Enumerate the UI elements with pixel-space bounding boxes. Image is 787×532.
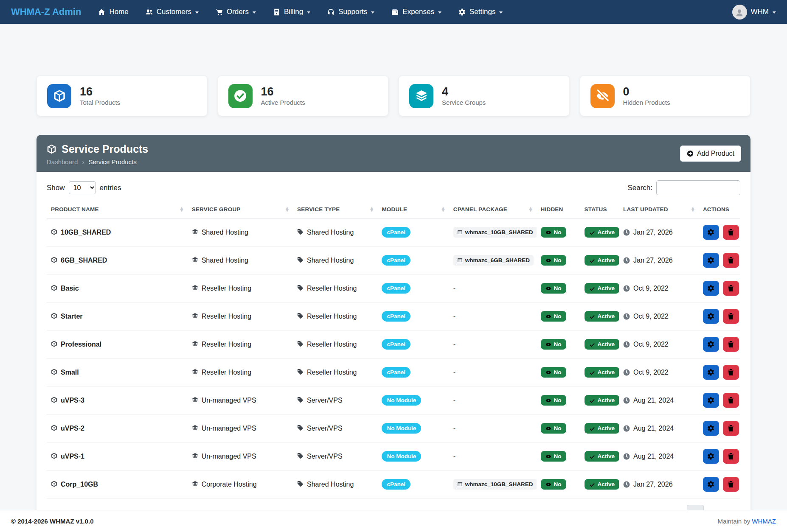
product-name: 10GB_SHARED [61, 229, 111, 236]
stat-label: Hidden Products [623, 99, 670, 106]
nav-item-settings[interactable]: Settings [458, 8, 503, 16]
table-row: Professional Reseller Hosting Reseller H… [47, 330, 740, 358]
breadcrumb-dashboard[interactable]: Dashboard [47, 158, 78, 165]
module-badge: cPanel [382, 255, 410, 266]
cpanel-package-text: - [453, 369, 455, 376]
check-icon [589, 342, 595, 347]
layers-icon [192, 285, 198, 292]
delete-product-button[interactable] [723, 421, 739, 436]
layers-icon [409, 84, 433, 108]
edit-product-button[interactable] [703, 309, 719, 324]
cpanel-package-text: - [453, 285, 455, 292]
nav-item-supports[interactable]: Supports [327, 8, 374, 16]
nav-item-orders[interactable]: Orders [216, 8, 256, 16]
status-badge: Active [585, 227, 619, 238]
cube-icon [47, 144, 56, 154]
status-badge: Active [585, 395, 619, 406]
delete-product-button[interactable] [723, 393, 739, 408]
gear-icon [707, 425, 714, 432]
edit-product-button[interactable] [703, 337, 719, 352]
trash-icon [727, 285, 734, 292]
layers-icon [192, 341, 198, 348]
add-product-button[interactable]: Add Product [680, 146, 741, 162]
col-product-name[interactable]: PRODUCT NAME▲▼ [47, 201, 188, 218]
eye-icon [545, 258, 551, 263]
cpanel-package-text: - [453, 341, 455, 348]
hidden-badge: No [541, 227, 566, 238]
delete-product-button[interactable] [723, 477, 739, 492]
stat-card-hidden-products: 0 Hidden Products [580, 76, 751, 116]
last-updated: Oct 9, 2022 [623, 341, 694, 348]
nav-item-expenses[interactable]: Expenses [391, 8, 441, 16]
delete-product-button[interactable] [723, 225, 739, 240]
col-hidden: HIDDEN [537, 201, 580, 218]
cube-icon [51, 229, 57, 236]
delete-product-button[interactable] [723, 337, 739, 352]
last-updated: Jan 27, 2026 [623, 481, 694, 488]
product-name: Professional [61, 341, 101, 348]
user-menu[interactable]: WHM [732, 5, 776, 20]
cube-icon [51, 257, 57, 264]
col-cpanel-package[interactable]: CPANEL PACKAGE▲▼ [449, 201, 537, 218]
edit-product-button[interactable] [703, 225, 719, 240]
cart-icon [216, 8, 223, 16]
delete-product-button[interactable] [723, 253, 739, 268]
hidden-badge: No [541, 395, 566, 406]
tag-icon [297, 257, 304, 264]
page-size-select[interactable]: 10 [69, 181, 96, 194]
module-badge: No Module [382, 395, 421, 406]
edit-product-button[interactable] [703, 421, 719, 436]
stat-label: Total Products [80, 99, 120, 106]
layers-icon [192, 369, 198, 376]
col-service-group[interactable]: SERVICE GROUP▲▼ [188, 201, 293, 218]
stat-value: 4 [442, 86, 486, 98]
product-name: uVPS-3 [61, 397, 84, 404]
edit-product-button[interactable] [703, 281, 719, 296]
whmaz-link[interactable]: WHMAZ [752, 518, 776, 525]
nav-item-billing[interactable]: Billing [273, 8, 310, 16]
edit-product-button[interactable] [703, 393, 719, 408]
nav-item-home[interactable]: Home [98, 8, 128, 16]
headset-icon [327, 8, 334, 16]
chevron-down-icon [307, 11, 310, 14]
delete-product-button[interactable] [723, 281, 739, 296]
edit-product-button[interactable] [703, 365, 719, 380]
col-module[interactable]: MODULE▲▼ [377, 201, 449, 218]
clock-icon [623, 481, 630, 488]
edit-product-button[interactable] [703, 449, 719, 464]
check-icon [589, 398, 595, 403]
search-control: Search: [627, 180, 740, 195]
top-navbar: WHMA-Z Admin Home Customers Orders Billi… [0, 0, 787, 24]
chevron-down-icon [499, 11, 503, 14]
status-badge: Active [585, 367, 619, 378]
edit-product-button[interactable] [703, 477, 719, 492]
search-input[interactable] [656, 180, 740, 195]
eye-icon [545, 426, 551, 431]
sort-icon: ▲▼ [180, 207, 183, 212]
panel-header: Service Products Dashboard › Service Pro… [37, 135, 750, 172]
product-name: Small [61, 369, 79, 376]
delete-product-button[interactable] [723, 365, 739, 380]
page-size-control: Show 10 entries [47, 181, 121, 194]
service-group: Un-managed VPS [202, 425, 256, 432]
hidden-badge: No [541, 367, 566, 378]
edit-product-button[interactable] [703, 253, 719, 268]
table-row: uVPS-2 Un-managed VPS Server/VPS No Modu… [47, 414, 740, 442]
col-service-type[interactable]: SERVICE TYPE▲▼ [293, 201, 377, 218]
cube-icon [51, 425, 57, 432]
avatar [732, 5, 747, 20]
nav-label: Billing [284, 8, 303, 16]
nav-item-customers[interactable]: Customers [146, 8, 199, 16]
cpanel-package-badge: - [453, 311, 455, 322]
table-row: Starter Reseller Hosting Reseller Hostin… [47, 302, 740, 330]
nav-menu: Home Customers Orders Billing Supports E… [98, 8, 732, 16]
cube-icon [51, 481, 57, 488]
cpanel-package-badge: - [453, 395, 455, 406]
cpanel-package-text: whmazc_10GB_SHARED [465, 229, 533, 235]
delete-product-button[interactable] [723, 449, 739, 464]
delete-product-button[interactable] [723, 309, 739, 324]
col-last-updated[interactable]: LAST UPDATED▲▼ [619, 201, 699, 218]
gear-icon [707, 257, 714, 264]
brand-logo[interactable]: WHMA-Z Admin [11, 6, 81, 17]
status-badge: Active [585, 451, 619, 462]
